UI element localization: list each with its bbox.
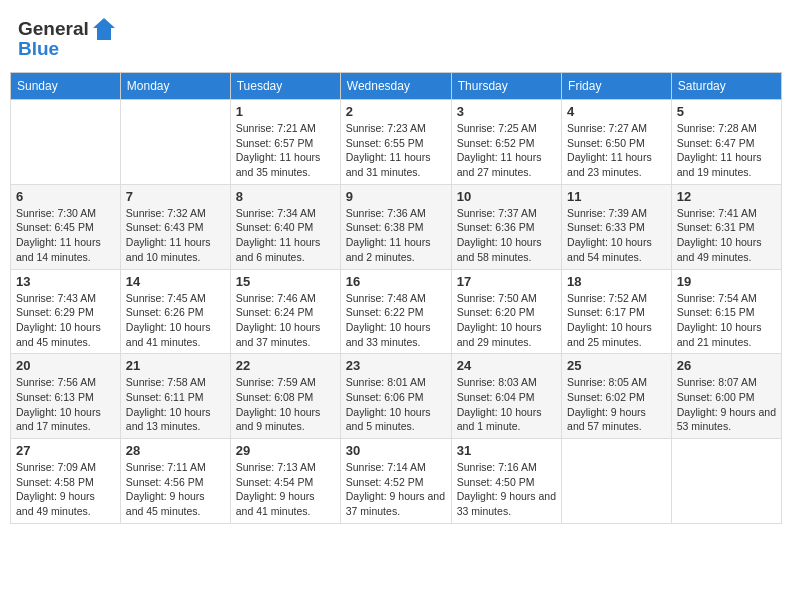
day-info: Sunrise: 8:03 AMSunset: 6:04 PMDaylight:…	[457, 375, 556, 434]
day-number: 8	[236, 189, 335, 204]
week-row-1: 1Sunrise: 7:21 AMSunset: 6:57 PMDaylight…	[11, 100, 782, 185]
day-number: 18	[567, 274, 666, 289]
day-cell: 28Sunrise: 7:11 AMSunset: 4:56 PMDayligh…	[120, 439, 230, 524]
weekday-header-monday: Monday	[120, 73, 230, 100]
day-number: 15	[236, 274, 335, 289]
day-number: 31	[457, 443, 556, 458]
day-info: Sunrise: 7:59 AMSunset: 6:08 PMDaylight:…	[236, 375, 335, 434]
day-number: 1	[236, 104, 335, 119]
day-cell: 23Sunrise: 8:01 AMSunset: 6:06 PMDayligh…	[340, 354, 451, 439]
day-cell: 8Sunrise: 7:34 AMSunset: 6:40 PMDaylight…	[230, 184, 340, 269]
page-header: General Blue	[10, 10, 782, 64]
day-cell: 6Sunrise: 7:30 AMSunset: 6:45 PMDaylight…	[11, 184, 121, 269]
day-cell: 19Sunrise: 7:54 AMSunset: 6:15 PMDayligh…	[671, 269, 781, 354]
day-info: Sunrise: 7:45 AMSunset: 6:26 PMDaylight:…	[126, 291, 225, 350]
day-info: Sunrise: 7:54 AMSunset: 6:15 PMDaylight:…	[677, 291, 776, 350]
day-cell: 1Sunrise: 7:21 AMSunset: 6:57 PMDaylight…	[230, 100, 340, 185]
day-cell: 4Sunrise: 7:27 AMSunset: 6:50 PMDaylight…	[562, 100, 672, 185]
weekday-header-friday: Friday	[562, 73, 672, 100]
day-number: 2	[346, 104, 446, 119]
day-number: 12	[677, 189, 776, 204]
day-number: 13	[16, 274, 115, 289]
day-info: Sunrise: 7:34 AMSunset: 6:40 PMDaylight:…	[236, 206, 335, 265]
day-info: Sunrise: 7:32 AMSunset: 6:43 PMDaylight:…	[126, 206, 225, 265]
week-row-2: 6Sunrise: 7:30 AMSunset: 6:45 PMDaylight…	[11, 184, 782, 269]
day-cell: 12Sunrise: 7:41 AMSunset: 6:31 PMDayligh…	[671, 184, 781, 269]
week-row-4: 20Sunrise: 7:56 AMSunset: 6:13 PMDayligh…	[11, 354, 782, 439]
day-info: Sunrise: 7:11 AMSunset: 4:56 PMDaylight:…	[126, 460, 225, 519]
day-number: 16	[346, 274, 446, 289]
day-info: Sunrise: 7:37 AMSunset: 6:36 PMDaylight:…	[457, 206, 556, 265]
day-cell: 20Sunrise: 7:56 AMSunset: 6:13 PMDayligh…	[11, 354, 121, 439]
day-number: 11	[567, 189, 666, 204]
day-number: 6	[16, 189, 115, 204]
day-info: Sunrise: 7:13 AMSunset: 4:54 PMDaylight:…	[236, 460, 335, 519]
day-number: 10	[457, 189, 556, 204]
day-number: 27	[16, 443, 115, 458]
svg-marker-0	[93, 18, 115, 40]
day-cell: 26Sunrise: 8:07 AMSunset: 6:00 PMDayligh…	[671, 354, 781, 439]
day-info: Sunrise: 7:25 AMSunset: 6:52 PMDaylight:…	[457, 121, 556, 180]
weekday-header-saturday: Saturday	[671, 73, 781, 100]
day-cell	[671, 439, 781, 524]
calendar-table: SundayMondayTuesdayWednesdayThursdayFrid…	[10, 72, 782, 524]
day-cell: 30Sunrise: 7:14 AMSunset: 4:52 PMDayligh…	[340, 439, 451, 524]
day-number: 9	[346, 189, 446, 204]
day-info: Sunrise: 8:07 AMSunset: 6:00 PMDaylight:…	[677, 375, 776, 434]
day-number: 7	[126, 189, 225, 204]
day-info: Sunrise: 7:28 AMSunset: 6:47 PMDaylight:…	[677, 121, 776, 180]
day-cell: 16Sunrise: 7:48 AMSunset: 6:22 PMDayligh…	[340, 269, 451, 354]
day-info: Sunrise: 7:41 AMSunset: 6:31 PMDaylight:…	[677, 206, 776, 265]
weekday-header-thursday: Thursday	[451, 73, 561, 100]
weekday-header-wednesday: Wednesday	[340, 73, 451, 100]
day-number: 4	[567, 104, 666, 119]
day-number: 30	[346, 443, 446, 458]
day-cell: 3Sunrise: 7:25 AMSunset: 6:52 PMDaylight…	[451, 100, 561, 185]
week-row-5: 27Sunrise: 7:09 AMSunset: 4:58 PMDayligh…	[11, 439, 782, 524]
weekday-header-tuesday: Tuesday	[230, 73, 340, 100]
day-info: Sunrise: 8:05 AMSunset: 6:02 PMDaylight:…	[567, 375, 666, 434]
day-info: Sunrise: 7:36 AMSunset: 6:38 PMDaylight:…	[346, 206, 446, 265]
day-cell: 27Sunrise: 7:09 AMSunset: 4:58 PMDayligh…	[11, 439, 121, 524]
day-number: 20	[16, 358, 115, 373]
day-cell: 21Sunrise: 7:58 AMSunset: 6:11 PMDayligh…	[120, 354, 230, 439]
day-info: Sunrise: 7:14 AMSunset: 4:52 PMDaylight:…	[346, 460, 446, 519]
day-cell: 9Sunrise: 7:36 AMSunset: 6:38 PMDaylight…	[340, 184, 451, 269]
day-info: Sunrise: 7:30 AMSunset: 6:45 PMDaylight:…	[16, 206, 115, 265]
logo-icon	[89, 14, 119, 44]
day-number: 22	[236, 358, 335, 373]
day-info: Sunrise: 7:23 AMSunset: 6:55 PMDaylight:…	[346, 121, 446, 180]
weekday-header-sunday: Sunday	[11, 73, 121, 100]
day-info: Sunrise: 7:16 AMSunset: 4:50 PMDaylight:…	[457, 460, 556, 519]
day-number: 28	[126, 443, 225, 458]
logo-text-general: General	[18, 18, 89, 40]
day-info: Sunrise: 7:56 AMSunset: 6:13 PMDaylight:…	[16, 375, 115, 434]
day-info: Sunrise: 7:50 AMSunset: 6:20 PMDaylight:…	[457, 291, 556, 350]
day-cell: 17Sunrise: 7:50 AMSunset: 6:20 PMDayligh…	[451, 269, 561, 354]
day-cell: 31Sunrise: 7:16 AMSunset: 4:50 PMDayligh…	[451, 439, 561, 524]
day-number: 26	[677, 358, 776, 373]
day-cell: 29Sunrise: 7:13 AMSunset: 4:54 PMDayligh…	[230, 439, 340, 524]
day-cell: 13Sunrise: 7:43 AMSunset: 6:29 PMDayligh…	[11, 269, 121, 354]
day-cell: 2Sunrise: 7:23 AMSunset: 6:55 PMDaylight…	[340, 100, 451, 185]
day-info: Sunrise: 7:43 AMSunset: 6:29 PMDaylight:…	[16, 291, 115, 350]
day-number: 14	[126, 274, 225, 289]
day-number: 19	[677, 274, 776, 289]
day-info: Sunrise: 7:27 AMSunset: 6:50 PMDaylight:…	[567, 121, 666, 180]
day-info: Sunrise: 7:21 AMSunset: 6:57 PMDaylight:…	[236, 121, 335, 180]
day-number: 24	[457, 358, 556, 373]
day-number: 21	[126, 358, 225, 373]
day-cell: 25Sunrise: 8:05 AMSunset: 6:02 PMDayligh…	[562, 354, 672, 439]
week-row-3: 13Sunrise: 7:43 AMSunset: 6:29 PMDayligh…	[11, 269, 782, 354]
day-cell: 18Sunrise: 7:52 AMSunset: 6:17 PMDayligh…	[562, 269, 672, 354]
day-cell: 14Sunrise: 7:45 AMSunset: 6:26 PMDayligh…	[120, 269, 230, 354]
day-number: 25	[567, 358, 666, 373]
day-cell: 15Sunrise: 7:46 AMSunset: 6:24 PMDayligh…	[230, 269, 340, 354]
day-number: 3	[457, 104, 556, 119]
day-number: 17	[457, 274, 556, 289]
day-info: Sunrise: 7:09 AMSunset: 4:58 PMDaylight:…	[16, 460, 115, 519]
day-cell: 11Sunrise: 7:39 AMSunset: 6:33 PMDayligh…	[562, 184, 672, 269]
weekday-header-row: SundayMondayTuesdayWednesdayThursdayFrid…	[11, 73, 782, 100]
day-info: Sunrise: 7:46 AMSunset: 6:24 PMDaylight:…	[236, 291, 335, 350]
day-cell: 22Sunrise: 7:59 AMSunset: 6:08 PMDayligh…	[230, 354, 340, 439]
